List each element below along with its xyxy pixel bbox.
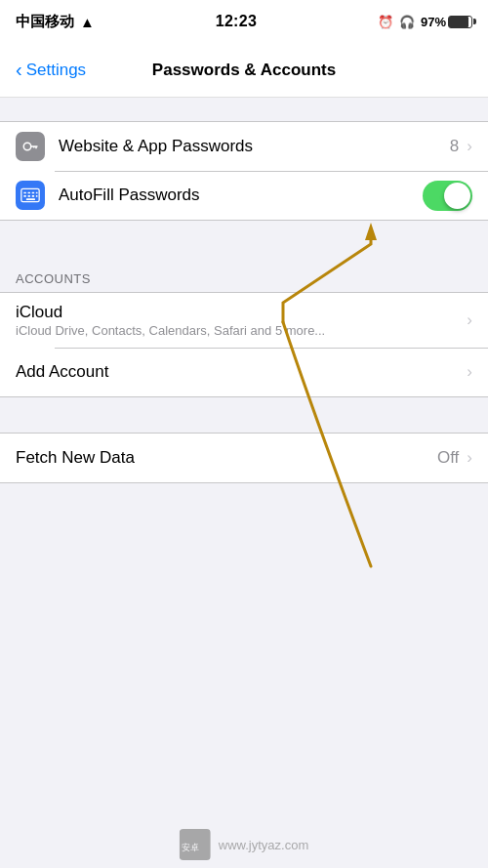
toggle-knob	[444, 183, 470, 209]
svg-rect-13	[26, 198, 35, 200]
wifi-icon: ▲	[80, 14, 95, 30]
headphone-icon: 🎧	[399, 15, 415, 29]
icloud-label: iCloud	[16, 303, 465, 322]
fetch-value: Off	[437, 448, 459, 468]
svg-rect-11	[32, 195, 35, 197]
battery-percent: 97%	[421, 15, 446, 29]
gap-1	[0, 221, 488, 256]
icloud-subtitle: iCloud Drive, Contacts, Calendars, Safar…	[16, 323, 465, 338]
nav-bar: ‹ Settings Passwords & Accounts	[0, 43, 488, 98]
add-account-row[interactable]: Add Account ›	[0, 348, 488, 396]
accounts-section-header: ACCOUNTS	[0, 256, 488, 292]
fetch-chevron: ›	[467, 448, 472, 468]
status-left: 中国移动 ▲	[16, 13, 95, 31]
gap-2	[0, 397, 488, 433]
watermark-text: www.jytyaz.com	[219, 838, 308, 852]
fetch-label: Fetch New Data	[16, 448, 437, 468]
carrier-label: 中国移动	[16, 13, 74, 31]
svg-rect-7	[32, 192, 35, 194]
website-passwords-value: 8	[450, 137, 459, 156]
svg-rect-12	[36, 195, 38, 197]
back-label: Settings	[26, 61, 86, 80]
keyboard-icon	[16, 181, 45, 210]
time-label: 12:23	[216, 13, 257, 30]
svg-rect-8	[36, 192, 38, 194]
website-passwords-chevron: ›	[467, 137, 472, 156]
icloud-chevron: ›	[467, 310, 472, 330]
fetch-data-section: Fetch New Data Off ›	[0, 433, 488, 483]
watermark-logo: 安卓	[180, 829, 211, 860]
content-area: Website & App Passwords 8 › A	[0, 98, 488, 483]
svg-point-0	[23, 143, 31, 150]
autofill-passwords-row[interactable]: AutoFill Passwords	[0, 171, 488, 220]
battery-indicator: 97%	[421, 15, 472, 29]
status-right: ⏰ 🎧 97%	[378, 15, 472, 29]
key-icon	[16, 132, 45, 161]
svg-text:安卓: 安卓	[182, 843, 199, 852]
svg-rect-10	[28, 195, 31, 197]
icloud-row-inner: iCloud iCloud Drive, Contacts, Calendars…	[16, 293, 465, 348]
alarm-icon: ⏰	[378, 15, 393, 29]
svg-rect-6	[28, 192, 31, 194]
accounts-section: iCloud iCloud Drive, Contacts, Calendars…	[0, 292, 488, 397]
website-app-passwords-row[interactable]: Website & App Passwords 8 ›	[0, 122, 488, 171]
autofill-toggle[interactable]	[423, 181, 472, 211]
watermark: 安卓 www.jytyaz.com	[180, 829, 308, 860]
page-title: Passwords & Accounts	[152, 61, 336, 80]
back-chevron-icon: ‹	[16, 60, 22, 79]
status-bar: 中国移动 ▲ 12:23 ⏰ 🎧 97%	[0, 0, 488, 43]
add-account-chevron: ›	[467, 362, 472, 382]
website-passwords-label: Website & App Passwords	[59, 137, 450, 156]
add-account-label: Add Account	[16, 362, 465, 382]
fetch-new-data-row[interactable]: Fetch New Data Off ›	[0, 434, 488, 482]
svg-rect-9	[23, 195, 26, 197]
back-button[interactable]: ‹ Settings	[16, 61, 86, 80]
battery-fill	[449, 17, 468, 27]
icloud-row[interactable]: iCloud iCloud Drive, Contacts, Calendars…	[0, 293, 488, 348]
battery-bar	[448, 16, 472, 28]
svg-rect-5	[23, 192, 26, 194]
autofill-label: AutoFill Passwords	[59, 186, 423, 205]
passwords-section: Website & App Passwords 8 › A	[0, 121, 488, 221]
